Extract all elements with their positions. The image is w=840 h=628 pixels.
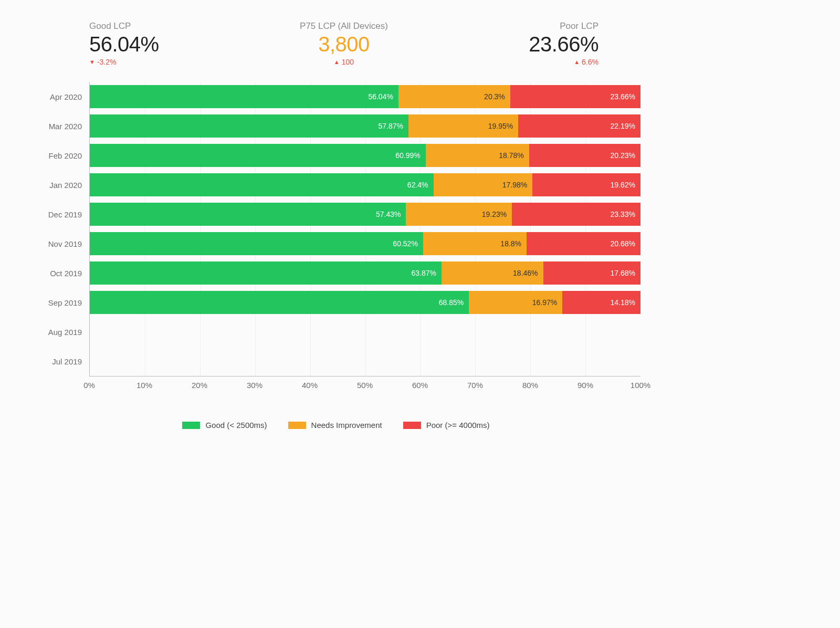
x-axis-tick: 70%	[467, 381, 483, 390]
stacked-bar-chart: Apr 2020Mar 2020Feb 2020Jan 2020Dec 2019…	[32, 82, 640, 376]
x-axis-tick: 80%	[522, 381, 538, 390]
bar-segment-poor: 22.19%	[518, 114, 640, 138]
bar-segment-good: 60.52%	[90, 232, 423, 255]
legend-item-poor: Poor (>= 4000ms)	[403, 421, 490, 430]
bar-segment-ni: 18.46%	[442, 261, 543, 285]
bar-segment-ni: 18.78%	[426, 144, 529, 167]
bar-segment-good: 57.87%	[90, 114, 408, 138]
stacked-bar: 63.87%18.46%17.68%	[90, 261, 640, 285]
stacked-bar: 62.4%17.98%19.62%	[90, 173, 640, 196]
legend-label: Poor (>= 4000ms)	[426, 421, 490, 430]
bar-segment-good: 62.4%	[90, 173, 434, 196]
kpi-delta: ▼ -3.2%	[89, 58, 116, 66]
bar-row: 60.52%18.8%20.68%	[90, 229, 640, 258]
stacked-bar: 60.99%18.78%20.23%	[90, 144, 640, 167]
bar-segment-poor: 19.62%	[532, 173, 640, 196]
x-axis-tick: 0%	[83, 381, 95, 390]
x-axis-tick: 20%	[192, 381, 207, 390]
kpi-value: 23.66%	[529, 33, 598, 56]
bar-segment-poor: 17.68%	[543, 261, 640, 285]
swatch-ni-icon	[288, 422, 306, 429]
kpi-label: P75 LCP (All Devices)	[300, 21, 388, 32]
bar-segment-poor: 20.68%	[527, 232, 640, 255]
kpi-p75-lcp: P75 LCP (All Devices) 3,800 ▲ 100	[300, 21, 388, 66]
y-axis-label: Sep 2019	[32, 288, 89, 317]
bar-segment-poor: 14.18%	[562, 291, 640, 314]
bar-row: 68.85%16.97%14.18%	[90, 288, 640, 317]
y-axis-label: Jan 2020	[32, 170, 89, 200]
kpi-delta-value: -3.2%	[97, 58, 117, 66]
bar-row: 60.99%18.78%20.23%	[90, 141, 640, 170]
kpi-delta: ▲ 6.6%	[574, 58, 598, 66]
kpi-good-lcp: Good LCP 56.04% ▼ -3.2%	[89, 21, 159, 66]
kpi-label: Good LCP	[89, 21, 131, 32]
y-axis-label: Nov 2019	[32, 229, 89, 258]
bar-segment-poor: 23.66%	[510, 85, 640, 108]
x-axis-tick: 100%	[631, 381, 650, 390]
bar-segment-good: 60.99%	[90, 144, 426, 167]
bar-rows: 56.04%20.3%23.66%57.87%19.95%22.19%60.99…	[90, 82, 640, 376]
bar-segment-good: 57.43%	[90, 203, 406, 226]
swatch-good-icon	[182, 422, 200, 429]
bar-segment-poor: 23.33%	[512, 203, 640, 226]
x-axis-tick: 90%	[578, 381, 593, 390]
kpi-header: Good LCP 56.04% ▼ -3.2% P75 LCP (All Dev…	[89, 21, 598, 66]
x-axis-tick: 10%	[136, 381, 152, 390]
legend-item-good: Good (< 2500ms)	[182, 421, 267, 430]
bar-row	[90, 317, 640, 347]
bar-segment-ni: 20.3%	[398, 85, 510, 108]
y-axis-label: Oct 2019	[32, 258, 89, 288]
y-axis-label: Jul 2019	[32, 347, 89, 376]
stacked-bar: 57.87%19.95%22.19%	[90, 114, 640, 138]
y-axis-label: Mar 2020	[32, 111, 89, 141]
stacked-bar: 56.04%20.3%23.66%	[90, 85, 640, 108]
bar-segment-good: 68.85%	[90, 291, 469, 314]
stacked-bar: 60.52%18.8%20.68%	[90, 232, 640, 255]
kpi-delta-value: 6.6%	[582, 58, 598, 66]
arrow-up-icon: ▲	[334, 59, 340, 65]
stacked-bar: 68.85%16.97%14.18%	[90, 291, 640, 314]
bar-row	[90, 347, 640, 376]
x-axis-tick: 30%	[247, 381, 262, 390]
bar-segment-poor: 20.23%	[529, 144, 640, 167]
y-axis: Apr 2020Mar 2020Feb 2020Jan 2020Dec 2019…	[32, 82, 89, 376]
bar-segment-ni: 16.97%	[469, 291, 562, 314]
arrow-up-icon: ▲	[574, 59, 580, 65]
legend: Good (< 2500ms) Needs Improvement Poor (…	[32, 421, 640, 430]
bar-segment-ni: 19.23%	[406, 203, 512, 226]
bar-segment-ni: 19.95%	[408, 114, 518, 138]
bar-row: 57.43%19.23%23.33%	[90, 200, 640, 229]
arrow-down-icon: ▼	[89, 59, 95, 65]
plot-area: 56.04%20.3%23.66%57.87%19.95%22.19%60.99…	[89, 82, 640, 376]
legend-label: Good (< 2500ms)	[205, 421, 267, 430]
y-axis-label: Apr 2020	[32, 82, 89, 111]
y-axis-label: Dec 2019	[32, 200, 89, 229]
bar-segment-ni: 17.98%	[434, 173, 533, 196]
swatch-poor-icon	[403, 422, 421, 429]
kpi-label: Poor LCP	[560, 21, 598, 32]
x-axis-tick: 60%	[412, 381, 428, 390]
bar-row: 56.04%20.3%23.66%	[90, 82, 640, 111]
x-axis: 0%10%20%30%40%50%60%70%80%90%100%	[89, 380, 640, 394]
kpi-value: 56.04%	[89, 33, 159, 56]
kpi-poor-lcp: Poor LCP 23.66% ▲ 6.6%	[529, 21, 598, 66]
stacked-bar: 57.43%19.23%23.33%	[90, 203, 640, 226]
bar-segment-good: 63.87%	[90, 261, 442, 285]
bar-row: 62.4%17.98%19.62%	[90, 170, 640, 200]
bar-row: 63.87%18.46%17.68%	[90, 258, 640, 288]
y-axis-label: Feb 2020	[32, 141, 89, 170]
legend-label: Needs Improvement	[311, 421, 382, 430]
bar-row: 57.87%19.95%22.19%	[90, 111, 640, 141]
bar-segment-ni: 18.8%	[423, 232, 527, 255]
bar-segment-good: 56.04%	[90, 85, 398, 108]
kpi-value: 3,800	[318, 33, 370, 56]
kpi-delta-value: 100	[342, 58, 354, 66]
x-axis-tick: 50%	[357, 381, 373, 390]
kpi-delta: ▲ 100	[334, 58, 354, 66]
y-axis-label: Aug 2019	[32, 317, 89, 347]
legend-item-needs-improvement: Needs Improvement	[288, 421, 382, 430]
x-axis-tick: 40%	[302, 381, 318, 390]
